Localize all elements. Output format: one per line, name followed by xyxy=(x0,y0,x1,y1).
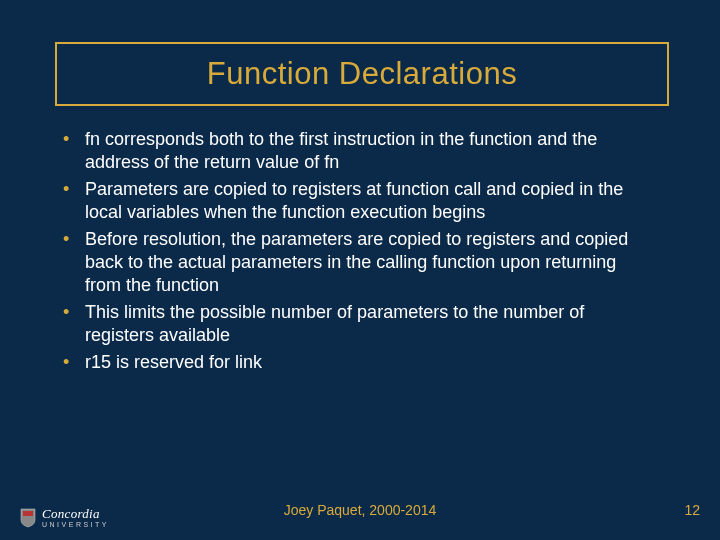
footer: Joey Paquet, 2000-2014 12 xyxy=(0,502,720,526)
bullet-item: Parameters are copied to registers at fu… xyxy=(55,178,655,225)
title-box: Function Declarations xyxy=(55,42,669,106)
bullet-item: fn corresponds both to the first instruc… xyxy=(55,128,655,175)
bullet-item: r15 is reserved for link xyxy=(55,351,655,374)
slide-title: Function Declarations xyxy=(207,56,517,92)
bullet-list: fn corresponds both to the first instruc… xyxy=(55,128,655,377)
slide: Function Declarations fn corresponds bot… xyxy=(0,0,720,540)
page-number: 12 xyxy=(684,502,700,518)
bullet-item: Before resolution, the parameters are co… xyxy=(55,228,655,298)
bullet-item: This limits the possible number of param… xyxy=(55,301,655,348)
footer-author: Joey Paquet, 2000-2014 xyxy=(0,502,720,518)
